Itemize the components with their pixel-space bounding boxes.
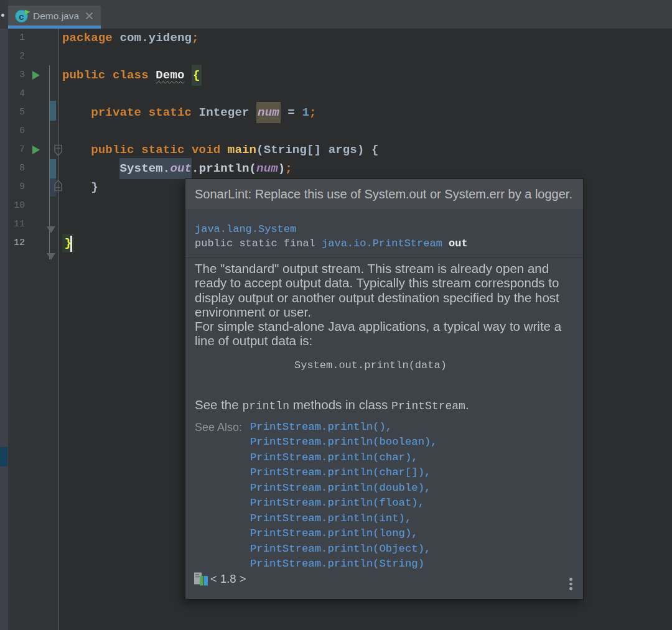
svg-text:c: c bbox=[19, 11, 24, 22]
